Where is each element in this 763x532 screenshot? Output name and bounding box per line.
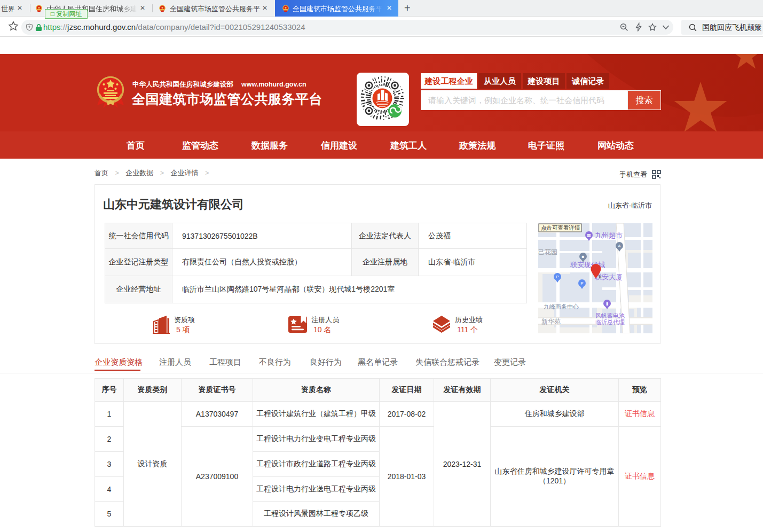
svg-text:P: P	[580, 281, 583, 286]
svg-text:临沂总代理: 临沂总代理	[595, 319, 625, 325]
svg-text:己花园: 己花园	[538, 248, 557, 256]
svg-text:▮: ▮	[606, 301, 608, 306]
svg-text:九峰商务中心: 九峰商务中心	[544, 303, 579, 310]
svg-text:九州超市: 九州超市	[595, 231, 623, 239]
svg-text:风帆蓄电池: 风帆蓄电池	[595, 312, 625, 319]
svg-text:新华苑: 新华苑	[541, 318, 561, 325]
svg-text:▩: ▩	[587, 233, 591, 238]
svg-text:P: P	[556, 275, 559, 279]
svg-text:A: A	[618, 244, 621, 248]
svg-text:点击可查看详情: 点击可查看详情	[541, 224, 580, 231]
svg-text:■: ■	[582, 254, 585, 259]
